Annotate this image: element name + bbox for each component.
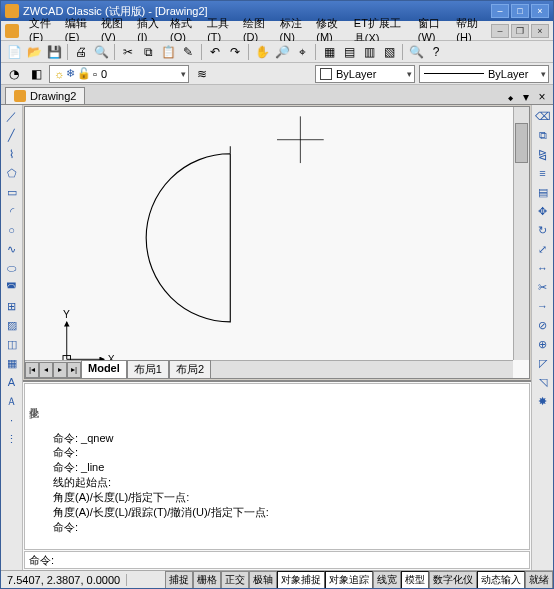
earc-icon[interactable]: ◚ <box>3 278 21 296</box>
circle-icon[interactable]: ○ <box>3 221 21 239</box>
break-icon[interactable]: ⊘ <box>534 316 552 334</box>
status-对象捕捉[interactable]: 对象捕捉 <box>277 571 325 589</box>
spline-icon[interactable]: ∿ <box>3 240 21 258</box>
pan-icon[interactable]: ✋ <box>253 43 271 61</box>
document-tab[interactable]: Drawing2 <box>5 87 85 104</box>
tab-close-icon[interactable]: × <box>535 90 549 104</box>
about-icon[interactable]: ? <box>427 43 445 61</box>
layer-dropdown[interactable]: ☼❄🔓▫ 0 <box>49 65 189 83</box>
modify-toolbar: ⌫⧉⧎≡▤✥↻⤢↔✂→⊘⊕◸◹✸ <box>531 105 553 570</box>
explode-icon[interactable]: ✸ <box>534 392 552 410</box>
vscroll-thumb[interactable] <box>515 123 528 163</box>
preview-icon[interactable]: 🔍 <box>92 43 110 61</box>
ellipse-icon[interactable]: ⬭ <box>3 259 21 277</box>
status-捕捉[interactable]: 捕捉 <box>165 571 193 589</box>
tab-nav-button[interactable]: ▸ <box>53 362 67 378</box>
layer-state-icon[interactable]: ◔ <box>5 65 23 83</box>
cut-icon[interactable]: ✂ <box>119 43 137 61</box>
arc-icon[interactable]: ◜ <box>3 202 21 220</box>
rotate-icon[interactable]: ↻ <box>534 221 552 239</box>
layers-icon[interactable]: ▤ <box>340 43 358 61</box>
status-对象追踪[interactable]: 对象追踪 <box>325 571 373 589</box>
poly-icon[interactable]: ⬠ <box>3 164 21 182</box>
print-icon[interactable]: 🖨 <box>72 43 90 61</box>
horizontal-scrollbar[interactable] <box>215 363 513 377</box>
undo-icon[interactable]: ↶ <box>206 43 224 61</box>
tool-icon[interactable]: ▧ <box>380 43 398 61</box>
match-icon[interactable]: ✎ <box>179 43 197 61</box>
draw-toolbar: ／╱⌇⬠▭◜○∿⬭◚⊞▨◫▦AＡ·⋮ <box>1 105 23 570</box>
mirror-icon[interactable]: ⧎ <box>534 145 552 163</box>
chamfer-icon[interactable]: ◸ <box>534 354 552 372</box>
point-icon[interactable]: · <box>3 411 21 429</box>
status-动态输入[interactable]: 动态输入 <box>477 571 525 589</box>
vertical-scrollbar[interactable] <box>513 107 529 360</box>
status-模型[interactable]: 模型 <box>401 571 429 589</box>
copy-icon[interactable]: ⧉ <box>139 43 157 61</box>
pline-icon[interactable]: ⌇ <box>3 145 21 163</box>
command-history[interactable]: 最少化 命令: _qnew 命令: 命令: _line 线的起始点: 角度(A)… <box>24 383 530 550</box>
app-icon <box>5 4 19 18</box>
array-icon[interactable]: ▤ <box>534 183 552 201</box>
close-button[interactable]: × <box>531 4 549 18</box>
text-icon[interactable]: A <box>3 373 21 391</box>
status-正交[interactable]: 正交 <box>221 571 249 589</box>
redo-icon[interactable]: ↷ <box>226 43 244 61</box>
table-icon[interactable]: ▦ <box>3 354 21 372</box>
status-栅格[interactable]: 栅格 <box>193 571 221 589</box>
cline-icon[interactable]: ╱ <box>3 126 21 144</box>
status-就绪[interactable]: 就绪 <box>525 571 553 589</box>
menu-app-icon <box>5 24 19 38</box>
command-input[interactable] <box>58 554 525 566</box>
layer-manage-icon[interactable]: ◧ <box>27 65 45 83</box>
tab-pin-icon[interactable]: ⬥ <box>503 90 517 104</box>
color-dropdown[interactable]: ByLayer <box>315 65 415 83</box>
tab-nav-button[interactable]: ▸| <box>67 362 81 378</box>
offset-icon[interactable]: ≡ <box>534 164 552 182</box>
rect-icon[interactable]: ▭ <box>3 183 21 201</box>
color-label: ByLayer <box>336 68 376 80</box>
hatch-icon[interactable]: ▨ <box>3 316 21 334</box>
minimize-button[interactable]: – <box>491 4 509 18</box>
arc-shape <box>146 154 230 322</box>
region-icon[interactable]: ◫ <box>3 335 21 353</box>
linetype-dropdown[interactable]: ByLayer <box>419 65 549 83</box>
copy-icon[interactable]: ⧉ <box>534 126 552 144</box>
tab-nav-button[interactable]: ◂ <box>39 362 53 378</box>
status-线宽[interactable]: 线宽 <box>373 571 401 589</box>
help-icon[interactable]: 🔍 <box>407 43 425 61</box>
scale-icon[interactable]: ⤢ <box>534 240 552 258</box>
join-icon[interactable]: ⊕ <box>534 335 552 353</box>
fillet-icon[interactable]: ◹ <box>534 373 552 391</box>
maximize-button[interactable]: □ <box>511 4 529 18</box>
zoom-icon[interactable]: 🔎 <box>273 43 291 61</box>
move-icon[interactable]: ✥ <box>534 202 552 220</box>
erase-icon[interactable]: ⌫ <box>534 107 552 125</box>
status-极轴[interactable]: 极轴 <box>249 571 277 589</box>
tab-nav-button[interactable]: |◂ <box>25 362 39 378</box>
stretch-icon[interactable]: ↔ <box>534 259 552 277</box>
extend-icon[interactable]: → <box>534 297 552 315</box>
layout-tab[interactable]: 布局2 <box>169 360 211 379</box>
line-icon[interactable]: ／ <box>3 107 21 125</box>
new-icon[interactable]: 📄 <box>5 43 23 61</box>
div-icon[interactable]: ⋮ <box>3 430 21 448</box>
doc-restore-button[interactable]: ❐ <box>511 24 529 38</box>
layer-prev-icon[interactable]: ≋ <box>193 65 211 83</box>
trim-icon[interactable]: ✂ <box>534 278 552 296</box>
status-数字化仪[interactable]: 数字化仪 <box>429 571 477 589</box>
paste-icon[interactable]: 📋 <box>159 43 177 61</box>
layout-tab[interactable]: 布局1 <box>127 360 169 379</box>
layout-tab[interactable]: Model <box>81 360 127 379</box>
save-icon[interactable]: 💾 <box>45 43 63 61</box>
zoom-window-icon[interactable]: ⌖ <box>293 43 311 61</box>
dim-icon[interactable]: ▥ <box>360 43 378 61</box>
mtext-icon[interactable]: Ａ <box>3 392 21 410</box>
ins-icon[interactable]: ⊞ <box>3 297 21 315</box>
props-icon[interactable]: ▦ <box>320 43 338 61</box>
doc-close-button[interactable]: × <box>531 24 549 38</box>
open-icon[interactable]: 📂 <box>25 43 43 61</box>
doc-minimize-button[interactable]: – <box>491 24 509 38</box>
tab-dropdown-icon[interactable]: ▾ <box>519 90 533 104</box>
drawing-canvas[interactable]: X Y |◂◂▸▸| Model布局1布局2 <box>24 106 530 379</box>
